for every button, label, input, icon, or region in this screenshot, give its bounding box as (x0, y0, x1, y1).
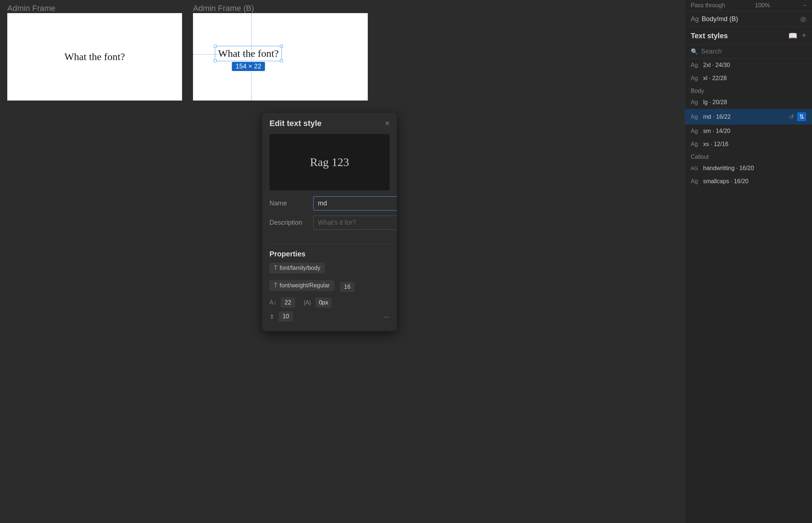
handle-bl[interactable] (214, 59, 217, 62)
handle-tl[interactable] (214, 45, 217, 48)
style-item-ag-handwritting: AG (691, 165, 700, 171)
properties-section: Properties T font/family/body T font/wei… (262, 250, 397, 331)
font-weight-icon: T (274, 282, 277, 289)
letter-spacing-icon: |A| (304, 299, 311, 306)
style-item-name-2xl: 2xl · 24/30 (703, 62, 806, 68)
name-label: Name (269, 200, 313, 207)
font-family-row: T font/family/body (269, 263, 390, 276)
frame-b: What the font? 154 × 22 (193, 13, 368, 101)
dimension-badge: 154 × 22 (232, 62, 265, 71)
font-family-icon: T (274, 265, 277, 271)
font-weight-tag[interactable]: T font/weight/Regular (269, 280, 334, 291)
target-icon[interactable]: ◎ (800, 15, 806, 23)
description-field-row: Description (269, 216, 390, 230)
modal-fields: Name Description (262, 190, 397, 241)
description-input[interactable] (313, 216, 397, 230)
font-family-value: font/family/body (280, 265, 320, 271)
style-item-handwritting[interactable]: AG handwritting · 16/20 (685, 162, 812, 175)
book-icon[interactable]: 📖 (788, 31, 797, 40)
selected-text-container[interactable]: What the font? 154 × 22 (215, 46, 282, 61)
style-item-smallcaps[interactable]: Ag smallcaps · 16/20 (685, 175, 812, 188)
style-item-xs[interactable]: Ag xs · 12/16 (685, 138, 812, 151)
search-icon: 🔍 (691, 48, 698, 55)
name-field-row: Name (269, 196, 390, 211)
font-weight-row: T font/weight/Regular 16 (269, 280, 390, 294)
style-item-2xl[interactable]: Ag 2xl · 24/30 (685, 59, 812, 72)
search-input[interactable] (701, 48, 806, 55)
style-item-ag-lg: Ag (691, 99, 700, 106)
passthrough-label: Pass through (691, 2, 725, 9)
style-item-ag-xs: Ag (691, 141, 700, 148)
line-height-value[interactable]: 22 (281, 298, 295, 308)
description-label: Description (269, 219, 313, 227)
font-family-tag[interactable]: T font/family/body (269, 263, 325, 274)
line-height-row: A↕ 22 |A| 0px (269, 298, 390, 308)
paragraph-spacing-icon: ⇕ (269, 313, 274, 320)
header-icons: 📖 + (788, 31, 806, 40)
properties-title: Properties (269, 250, 390, 258)
canvas-area: Admin Frame What the font? Admin Frame (… (0, 0, 685, 523)
category-callout: Callout (685, 151, 812, 162)
style-item-name-xl: xl · 22/28 (703, 75, 806, 82)
frame-a-label: Admin Frame (7, 4, 55, 13)
panel-top-bar: Ag Body/md (B) ◎ (685, 11, 812, 27)
search-bar: 🔍 (685, 45, 812, 59)
text-styles-title: Text styles (691, 32, 788, 40)
frame-a-text: What the font? (64, 51, 125, 63)
add-style-button[interactable]: + (802, 31, 806, 40)
style-item-ag-xl: Ag (691, 75, 700, 82)
category-body: Body (685, 85, 812, 96)
selected-text-box[interactable]: What the font? 154 × 22 (215, 46, 282, 61)
style-item-ag-sm: Ag (691, 128, 700, 134)
modal-header: Edit text style × (262, 113, 397, 134)
more-options-button[interactable]: ··· (383, 312, 390, 321)
style-name-badge: Ag Body/md (B) (691, 15, 738, 23)
style-item-md[interactable]: Ag md · 16/22 ↺ ⇅ (685, 109, 812, 125)
style-item-ag-smallcaps: Ag (691, 178, 700, 185)
line-height-icon: A↕ (269, 299, 276, 306)
style-item-md-actions: ↺ ⇅ (788, 112, 806, 121)
style-item-name-lg: lg · 20/28 (703, 99, 806, 106)
reset-icon[interactable]: ↺ (788, 112, 795, 121)
style-item-lg[interactable]: Ag lg · 20/28 (685, 96, 812, 109)
passthrough-minus-icon[interactable]: − (803, 2, 806, 9)
passthrough-bar: Pass through 100% − (685, 0, 812, 11)
font-size-badge[interactable]: 16 (340, 282, 355, 292)
modal-preview: Rag 123 (269, 134, 390, 190)
edit-icon[interactable]: ⇅ (797, 112, 806, 121)
style-item-name-smallcaps: smallcaps · 16/20 (703, 178, 806, 185)
selected-text: What the font? (218, 48, 279, 59)
frame-b-label: Admin Frame (B) (193, 4, 254, 13)
right-panel: Pass through 100% − Ag Body/md (B) ◎ Tex… (685, 0, 812, 523)
style-item-sm[interactable]: Ag sm · 14/20 (685, 125, 812, 138)
frame-a: What the font? (7, 13, 182, 101)
name-input[interactable] (313, 196, 397, 211)
letter-spacing-value[interactable]: 0px (315, 298, 332, 308)
styles-list: Ag 2xl · 24/30 Ag xl · 22/28 Body Ag lg … (685, 59, 812, 523)
passthrough-value: 100% (755, 2, 770, 9)
style-item-name-xs: xs · 12/16 (703, 141, 806, 148)
modal-divider (269, 244, 390, 244)
modal-title: Edit text style (269, 119, 322, 128)
style-ag-label: Ag (691, 15, 699, 23)
style-item-name-sm: sm · 14/20 (703, 128, 806, 134)
modal-preview-text: Rag 123 (310, 156, 349, 169)
modal-close-button[interactable]: × (385, 119, 390, 128)
edit-text-style-modal: Edit text style × Rag 123 Name Descripti… (262, 113, 397, 331)
style-item-xl[interactable]: Ag xl · 22/28 (685, 72, 812, 85)
style-item-ag-2xl: Ag (691, 62, 700, 68)
paragraph-spacing-value[interactable]: 10 (279, 311, 293, 322)
style-name: Body/md (B) (702, 15, 738, 23)
paragraph-spacing-row: ⇕ 10 ··· (269, 311, 390, 322)
text-styles-header: Text styles 📖 + (685, 27, 812, 45)
style-item-name-handwritting: handwritting · 16/20 (703, 165, 806, 172)
handle-tr[interactable] (280, 45, 283, 48)
handle-br[interactable] (280, 59, 283, 62)
style-item-name-md: md · 16/22 (703, 114, 785, 120)
style-item-ag-md: Ag (691, 114, 700, 120)
font-weight-value: font/weight/Regular (280, 282, 330, 289)
